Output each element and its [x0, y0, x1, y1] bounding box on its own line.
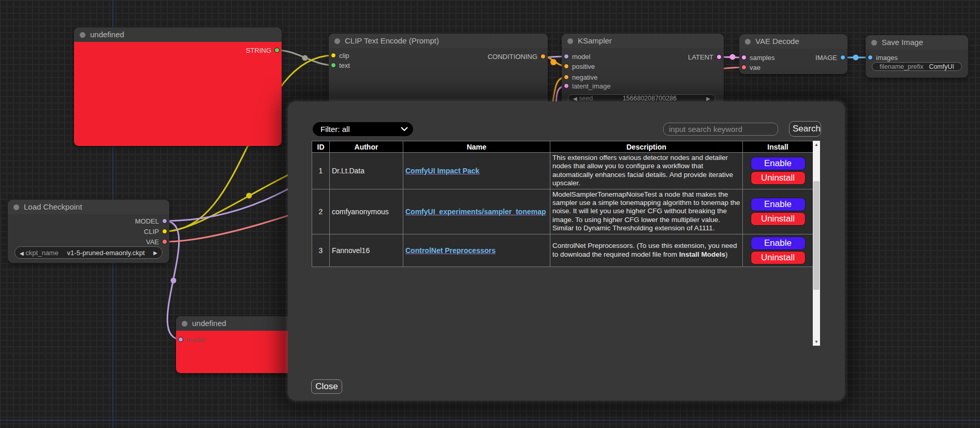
filename-prefix-value[interactable]: ComfyUI — [929, 63, 954, 70]
input-label-text: text — [339, 62, 350, 69]
uninstall-button[interactable]: Uninstall — [751, 171, 806, 185]
negative-input-port[interactable] — [564, 75, 569, 80]
scrollbar-thumb[interactable] — [813, 181, 820, 290]
input-label-negative: negative — [572, 73, 597, 81]
ext-description: ModelSamplerTonemapNoiseTest a node that… — [550, 189, 743, 234]
ext-author: comfyanonymous — [330, 189, 403, 234]
ext-author: Dr.Lt.Data — [330, 153, 403, 189]
vae-input-port[interactable] — [741, 65, 747, 70]
decrement-arrow-icon[interactable]: ◀ — [573, 96, 577, 101]
model-input-port[interactable] — [178, 337, 183, 342]
extension-table: ID Author Name Description Install 1 Dr.… — [312, 141, 813, 267]
header-id: ID — [312, 141, 330, 153]
increment-arrow-icon[interactable]: ▶ — [706, 96, 710, 101]
text-input-port[interactable] — [331, 63, 336, 68]
node-title-bar[interactable]: CLIP Text Encode (Prompt) — [329, 34, 548, 48]
enable-button[interactable]: Enable — [751, 198, 806, 211]
search-input[interactable] — [663, 123, 778, 136]
output-label-image: IMAGE — [815, 54, 837, 62]
ext-id: 1 — [312, 153, 330, 189]
ext-id: 2 — [312, 189, 330, 234]
seed-widget-value[interactable]: 156680208700286 — [623, 95, 677, 102]
scroll-down-icon[interactable]: ▼ — [813, 338, 820, 346]
ckpt-name-label: ckpt_name — [25, 249, 58, 257]
input-label-model: model — [572, 53, 590, 61]
extension-list-scroll-area[interactable]: ID Author Name Description Install 1 Dr.… — [312, 141, 820, 346]
output-label-model: MODEL — [135, 217, 159, 225]
close-button[interactable]: Close — [311, 379, 342, 394]
seed-widget-label: seed — [579, 95, 593, 102]
node-error-body[interactable]: STRING — [74, 42, 282, 146]
scroll-up-icon[interactable]: ▲ — [813, 141, 820, 149]
model-input-port[interactable] — [564, 54, 569, 59]
output-label-conditioning: CONDITIONING — [488, 53, 537, 61]
node-title: VAE Decode — [755, 37, 799, 46]
node-title-bar[interactable]: Save Image — [866, 35, 968, 50]
enable-button[interactable]: Enable — [751, 157, 806, 170]
node-title-bar[interactable]: KSampler — [562, 34, 724, 48]
uninstall-button[interactable]: Uninstall — [751, 212, 806, 226]
input-label-positive: positive — [572, 63, 595, 70]
samples-input-port[interactable] — [741, 55, 747, 60]
node-title-bar[interactable]: undefined — [74, 27, 282, 42]
clip-input-port[interactable] — [331, 53, 336, 58]
node-load-checkpoint[interactable]: Load Checkpoint MODEL CLIP VAE ◀ ckpt_na… — [8, 200, 169, 263]
positive-input-port[interactable] — [564, 64, 569, 69]
node-vae-decode[interactable]: VAE Decode samples vae IMAGE — [739, 34, 847, 74]
node-title: KSampler — [578, 36, 612, 45]
link-dot-latent — [730, 54, 736, 60]
clip-output-port[interactable] — [162, 229, 167, 234]
filter-select[interactable]: Filter: all — [313, 122, 413, 136]
ext-name-link[interactable]: ComfyUI Impact Pack — [405, 167, 479, 175]
node-status-dot-icon — [745, 39, 751, 45]
input-label-latent-image: latent_image — [572, 82, 610, 90]
ext-name-link[interactable]: ComfyUI_experiments/sampler_tonemap — [405, 208, 546, 216]
node-graph-canvas[interactable]: undefined STRING CLIP Text Encode (Promp… — [0, 0, 980, 428]
node-title-bar[interactable]: Load Checkpoint — [8, 200, 169, 214]
conditioning-output-port[interactable] — [540, 54, 546, 59]
ckpt-name-value[interactable]: v1-5-pruned-emaonly.ckpt — [67, 249, 145, 257]
filename-prefix-label: filename_prefix — [880, 63, 924, 70]
ext-install-cell: Enable Uninstall — [743, 189, 813, 234]
uninstall-button[interactable]: Uninstall — [751, 251, 806, 264]
model-output-port[interactable] — [162, 218, 167, 224]
ckpt-name-widget[interactable]: ◀ ckpt_name v1-5-pruned-emaonly.ckpt ▶ — [14, 246, 163, 259]
output-label-clip: CLIP — [144, 228, 159, 235]
filename-prefix-widget[interactable]: filename_prefix ComfyUI — [872, 62, 962, 71]
search-button[interactable]: Search — [789, 121, 821, 137]
image-output-port[interactable] — [840, 55, 845, 60]
node-save-image[interactable]: Save Image images filename_prefix ComfyU… — [866, 35, 968, 78]
node-title-bar[interactable]: VAE Decode — [739, 34, 847, 49]
ext-name-link[interactable]: ControlNet Preprocessors — [405, 246, 495, 255]
ext-description: ControlNet Preprocessors. (To use this e… — [550, 234, 743, 267]
node-title: Load Checkpoint — [24, 202, 82, 211]
ext-install-cell: Enable Uninstall — [743, 234, 813, 267]
ext-id: 3 — [312, 234, 330, 267]
images-input-port[interactable] — [868, 55, 873, 60]
ext-author: Fannovel16 — [330, 234, 403, 267]
string-output-port[interactable] — [274, 48, 280, 53]
header-install: Install — [743, 141, 813, 153]
input-label-samples: samples — [750, 54, 774, 62]
node-status-dot-icon — [567, 38, 573, 44]
latent-output-port[interactable] — [716, 54, 722, 60]
prev-arrow-icon[interactable]: ◀ — [20, 250, 24, 256]
enable-button[interactable]: Enable — [751, 237, 806, 250]
latent-image-input-port[interactable] — [564, 83, 569, 88]
node-undefined-top[interactable]: undefined STRING — [74, 27, 282, 146]
scrollbar[interactable]: ▲ ▼ — [813, 141, 820, 346]
node-title: CLIP Text Encode (Prompt) — [345, 36, 439, 45]
next-arrow-icon[interactable]: ▶ — [153, 250, 157, 256]
table-header-row: ID Author Name Description Install — [312, 141, 813, 153]
input-label-images: images — [876, 54, 898, 62]
input-label-model: model — [186, 336, 204, 344]
node-status-dot-icon — [334, 38, 340, 44]
vae-output-port[interactable] — [162, 239, 167, 244]
node-status-dot-icon — [871, 40, 877, 46]
link-dot-string — [302, 55, 308, 61]
link-dot-clip2 — [246, 193, 252, 199]
output-label-vae: VAE — [146, 238, 159, 246]
link-dot-image — [853, 55, 859, 61]
output-label-string: STRING — [246, 47, 271, 54]
node-status-dot-icon — [182, 321, 187, 327]
